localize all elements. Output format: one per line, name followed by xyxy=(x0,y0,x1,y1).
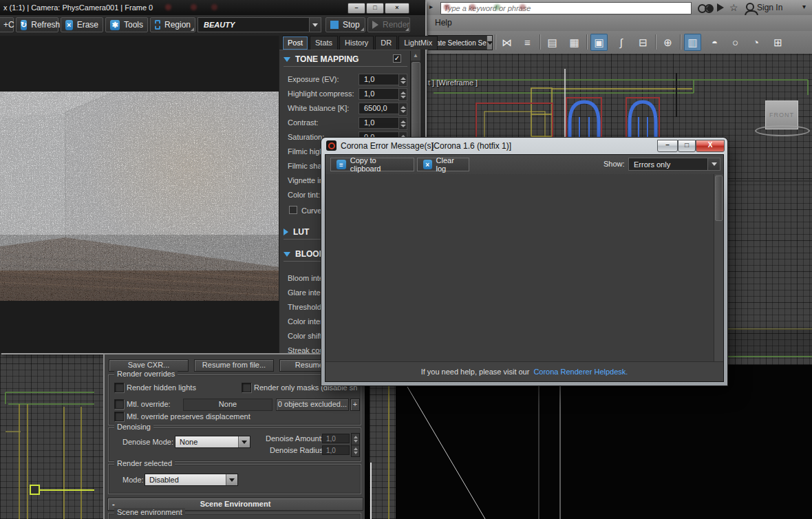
tone-mapping-checkbox[interactable]: ✓ xyxy=(393,54,401,63)
copy-to-clipboard-button[interactable]: ≡ Copy to clipboard xyxy=(330,158,414,171)
iray-icon[interactable]: ⊞ xyxy=(769,34,787,51)
rendered-frame-window-icon[interactable]: ▥ xyxy=(684,34,701,51)
mtl-override-checkbox[interactable] xyxy=(114,399,124,409)
search-field[interactable] xyxy=(440,2,692,14)
align-icon[interactable]: ≡ xyxy=(519,34,536,51)
viewport-left[interactable] xyxy=(0,353,105,519)
manage-layers-icon[interactable]: ▦ xyxy=(566,34,583,51)
crop-button[interactable]: +C xyxy=(0,17,14,32)
tab-post[interactable]: Post xyxy=(282,36,308,50)
material-editor-icon[interactable]: ◓ xyxy=(706,34,723,51)
maximize-button[interactable]: □ xyxy=(366,3,384,14)
search-icon[interactable] xyxy=(698,4,707,13)
render-button[interactable]: Render xyxy=(367,17,410,32)
render-view[interactable] xyxy=(0,36,279,353)
field-input[interactable]: 1,0 xyxy=(359,117,400,129)
preserves-displacement-checkbox[interactable] xyxy=(114,412,124,421)
max-titlebar[interactable]: ▸ ☆ Sign In ▾ xyxy=(425,0,812,16)
combo-arrow-icon[interactable] xyxy=(309,18,321,32)
tools-button[interactable]: ✱ Tools xyxy=(105,17,148,32)
field-label: Threshold: xyxy=(288,303,323,311)
refresh-button[interactable]: ↻ Refresh xyxy=(16,17,58,32)
sign-in-label[interactable]: Sign In xyxy=(757,3,782,12)
close-button[interactable]: X xyxy=(696,140,725,152)
denoise-amount-field[interactable]: 1,0 xyxy=(322,434,350,443)
tab-stats[interactable]: Stats xyxy=(310,36,338,50)
region-icon xyxy=(155,20,160,30)
activeshade-icon[interactable]: ◔ xyxy=(747,34,765,51)
spinner[interactable] xyxy=(351,445,360,457)
lut-header[interactable]: LUT xyxy=(284,227,309,237)
preserves-displacement-label: Mtl. override preserves displacement xyxy=(127,412,250,421)
max-main-toolbar: reate Selection Se ⋈ ≡ ▤ ▦ ▣ ∫ ⊟ ⊕ ▥ ◓ ○… xyxy=(425,31,812,54)
add-exclude-button[interactable]: + xyxy=(350,399,360,411)
search-input[interactable] xyxy=(441,3,691,13)
error-dialog-client: ≡ Copy to clipboard × Clear log Show: Er… xyxy=(325,154,724,382)
viewport-strip[interactable] xyxy=(370,385,396,519)
curve-editor-icon[interactable]: ∫ xyxy=(612,34,630,51)
vfb-titlebar[interactable]: x (1:1) | Camera: PhysCamera001 | Frame … xyxy=(0,0,425,15)
viewport-camera[interactable] xyxy=(365,365,812,519)
close-button[interactable]: × xyxy=(385,3,409,14)
user-icon[interactable] xyxy=(746,3,754,11)
minimize-button[interactable]: – xyxy=(657,140,678,152)
tone-mapping-header[interactable]: TONE MAPPING xyxy=(284,54,359,64)
resume-from-file-button[interactable]: Resume from file... xyxy=(194,359,274,372)
group-legend: Render selected xyxy=(114,459,175,467)
render-production-icon[interactable]: ○ xyxy=(727,34,744,51)
render-pass-value: BEAUTY xyxy=(204,21,235,29)
mtl-override-none-button[interactable]: None xyxy=(183,399,273,411)
field-input[interactable]: 6500,0 xyxy=(359,103,400,114)
tab-dr[interactable]: DR xyxy=(375,36,397,50)
error-log-area[interactable] xyxy=(325,174,723,363)
mirror-icon[interactable]: ⋈ xyxy=(498,34,515,51)
recording-dot xyxy=(444,4,450,10)
viewcube-ring[interactable] xyxy=(755,125,810,136)
error-log-scrollbar[interactable] xyxy=(714,174,723,363)
favorites-star-icon[interactable]: ☆ xyxy=(729,2,738,13)
helpdesk-link[interactable]: Corona Renderer Helpdesk. xyxy=(533,368,628,376)
render-hidden-lights-checkbox[interactable] xyxy=(114,383,124,392)
menu-help[interactable]: Help xyxy=(431,18,456,28)
combo-arrow-icon[interactable] xyxy=(238,436,250,447)
render-selected-mode-combo[interactable]: Disabled xyxy=(145,474,238,486)
field-input[interactable]: 1,0 xyxy=(359,74,400,85)
clear-log-button[interactable]: × Clear log xyxy=(417,158,469,171)
show-filter-combo[interactable]: Errors only xyxy=(628,158,720,171)
maximize-button[interactable]: □ xyxy=(678,140,696,152)
denoise-radius-field[interactable]: 1,0 xyxy=(322,445,350,455)
curves-checkbox[interactable] xyxy=(289,206,297,214)
tab-history[interactable]: History xyxy=(339,36,374,50)
region-button[interactable]: Region xyxy=(150,17,195,32)
combo-arrow-icon[interactable] xyxy=(226,474,237,485)
viewport-label[interactable]: t ] [Wireframe ] xyxy=(428,78,478,87)
sign-in-caret-icon[interactable]: ▾ xyxy=(802,3,806,10)
scroll-up-icon[interactable]: ▲ xyxy=(411,51,420,61)
denoise-mode-combo[interactable]: None xyxy=(175,436,250,448)
tab-lightmix[interactable]: LightMix xyxy=(398,36,438,50)
schematic-view-icon[interactable]: ⊟ xyxy=(634,34,652,51)
render-setup-icon[interactable]: ⊕ xyxy=(659,34,676,51)
error-dialog-titlebar[interactable]: Corona Error Message(s) [Corona 1.6 (hot… xyxy=(321,138,727,154)
render-pass-combo[interactable]: BEAUTY xyxy=(197,17,321,32)
spinner[interactable] xyxy=(398,103,407,116)
spinner[interactable] xyxy=(398,117,407,130)
spinner[interactable] xyxy=(398,88,407,101)
scene-explorer-icon[interactable]: ▣ xyxy=(590,34,608,51)
minimize-button[interactable]: – xyxy=(348,3,365,14)
combo-arrow-icon[interactable] xyxy=(707,158,720,170)
rollout-title: Scene Environment xyxy=(200,500,271,508)
field-input[interactable]: 1,0 xyxy=(359,88,400,100)
scrollbar-thumb[interactable] xyxy=(715,176,723,221)
combo-arrow-icon[interactable] xyxy=(487,36,493,50)
render-only-masks-checkbox[interactable] xyxy=(242,383,251,392)
objects-excluded-button[interactable]: 0 objects excluded... xyxy=(276,399,349,411)
communication-center-icon[interactable] xyxy=(717,3,724,12)
layer-explorer-icon[interactable]: ▤ xyxy=(544,34,561,51)
spinner[interactable] xyxy=(398,74,407,87)
stop-button[interactable]: Stop xyxy=(325,17,365,32)
collapse-icon xyxy=(284,252,290,257)
erase-button[interactable]: × Erase xyxy=(61,17,103,32)
spinner[interactable] xyxy=(351,433,360,445)
refresh-icon: ↻ xyxy=(21,20,27,30)
